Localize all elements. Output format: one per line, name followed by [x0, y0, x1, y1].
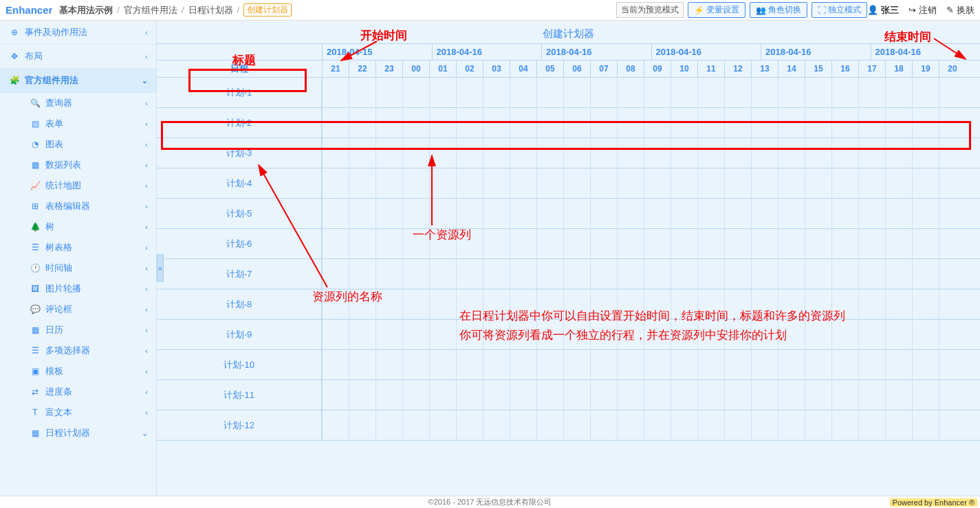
grid-cell[interactable]	[697, 289, 724, 319]
resource-row[interactable]: 计划-11	[157, 380, 322, 410]
grid-cell[interactable]	[831, 289, 858, 319]
resource-row[interactable]: 计划-1	[157, 78, 322, 108]
grid-cell[interactable]	[456, 108, 483, 137]
grid-cell[interactable]	[510, 78, 536, 107]
grid-cell[interactable]	[536, 199, 563, 228]
grid-cell[interactable]	[617, 168, 644, 198]
grid-row[interactable]	[322, 229, 980, 259]
grid-cell[interactable]	[483, 289, 510, 319]
grid-cell[interactable]	[858, 380, 885, 410]
grid-cell[interactable]	[590, 259, 617, 289]
grid-cell[interactable]	[751, 78, 778, 107]
grid-cell[interactable]	[510, 350, 536, 379]
grid-cell[interactable]	[456, 380, 483, 410]
resource-row[interactable]: 计划-7	[157, 259, 322, 289]
grid-cell[interactable]	[805, 138, 831, 168]
grid-cell[interactable]	[375, 108, 402, 137]
grid-cell[interactable]	[563, 350, 590, 379]
grid-cell[interactable]	[939, 168, 966, 198]
grid-cell[interactable]	[831, 168, 858, 198]
grid-cell[interactable]	[939, 289, 966, 319]
grid-cell[interactable]	[322, 259, 349, 289]
grid-cell[interactable]	[322, 350, 349, 379]
grid-cell[interactable]	[805, 229, 831, 258]
grid-cell[interactable]	[939, 380, 966, 410]
resource-row[interactable]: 计划-3	[157, 138, 322, 168]
skin-link[interactable]: ✎换肤	[946, 4, 974, 16]
sidebar-item-search[interactable]: 🔍查询器‹	[19, 93, 156, 113]
resource-row[interactable]: 计划-4	[157, 168, 322, 199]
resource-row[interactable]: 计划-12	[157, 410, 322, 441]
grid-cell[interactable]	[456, 320, 483, 349]
grid-cell[interactable]	[751, 199, 778, 228]
sidebar-item-template[interactable]: ▣模板‹	[19, 361, 156, 382]
grid-cell[interactable]	[644, 289, 671, 319]
sidebar-item-multisel[interactable]: ☰多项选择器‹	[19, 340, 156, 361]
grid-cell[interactable]	[483, 350, 510, 379]
grid-cell[interactable]	[349, 78, 375, 107]
grid-cell[interactable]	[671, 350, 697, 379]
grid-cell[interactable]	[349, 320, 375, 349]
grid-cell[interactable]	[617, 259, 644, 289]
sidebar-item-map[interactable]: 📈统计地图‹	[19, 175, 156, 196]
grid-cell[interactable]	[402, 259, 429, 289]
grid-cell[interactable]	[805, 350, 831, 379]
grid-cell[interactable]	[483, 229, 510, 258]
grid-cell[interactable]	[375, 259, 402, 289]
grid-cell[interactable]	[483, 138, 510, 168]
grid-cell[interactable]	[349, 350, 375, 379]
grid-cell[interactable]	[402, 229, 429, 258]
grid-cell[interactable]	[751, 350, 778, 379]
grid-cell[interactable]	[456, 289, 483, 319]
grid-cell[interactable]	[483, 78, 510, 107]
grid-cell[interactable]	[912, 320, 939, 349]
grid-cell[interactable]	[885, 410, 912, 440]
sidebar-item-events[interactable]: ⊕ 事件及动作用法 ‹	[0, 21, 156, 45]
grid-row[interactable]	[322, 138, 980, 168]
grid-cell[interactable]	[751, 320, 778, 349]
grid-cell[interactable]	[563, 78, 590, 107]
grid-cell[interactable]	[805, 199, 831, 228]
sidebar-item-progress[interactable]: ⇄进度条‹	[19, 382, 156, 402]
grid-cell[interactable]	[349, 108, 375, 137]
grid-cell[interactable]	[617, 320, 644, 349]
grid-cell[interactable]	[724, 410, 751, 440]
grid-cell[interactable]	[375, 199, 402, 228]
grid-cell[interactable]	[778, 259, 805, 289]
grid-cell[interactable]	[349, 199, 375, 228]
grid-cell[interactable]	[644, 138, 671, 168]
grid-cell[interactable]	[644, 199, 671, 228]
grid-cell[interactable]	[671, 229, 697, 258]
grid-cell[interactable]	[805, 320, 831, 349]
grid-cell[interactable]	[724, 259, 751, 289]
grid-cell[interactable]	[510, 410, 536, 440]
grid-cell[interactable]	[375, 410, 402, 440]
grid-row[interactable]	[322, 350, 980, 380]
grid-cell[interactable]	[644, 320, 671, 349]
grid-cell[interactable]	[805, 410, 831, 440]
grid-cell[interactable]	[778, 108, 805, 137]
grid-cell[interactable]	[885, 168, 912, 198]
grid-cell[interactable]	[778, 350, 805, 379]
grid-cell[interactable]	[563, 289, 590, 319]
grid-cell[interactable]	[939, 320, 966, 349]
grid-cell[interactable]	[429, 138, 456, 168]
grid-cell[interactable]	[724, 380, 751, 410]
resource-row[interactable]: 计划-5	[157, 199, 322, 229]
grid-cell[interactable]	[671, 289, 697, 319]
grid-cell[interactable]	[322, 320, 349, 349]
grid-cell[interactable]	[671, 320, 697, 349]
grid-cell[interactable]	[536, 350, 563, 379]
grid-cell[interactable]	[697, 259, 724, 289]
grid-cell[interactable]	[510, 289, 536, 319]
grid-cell[interactable]	[778, 320, 805, 349]
grid-cell[interactable]	[671, 138, 697, 168]
grid-cell[interactable]	[510, 138, 536, 168]
grid-cell[interactable]	[831, 229, 858, 258]
grid-cell[interactable]	[590, 108, 617, 137]
grid-cell[interactable]	[617, 380, 644, 410]
grid-cell[interactable]	[429, 320, 456, 349]
logout-link[interactable]: ↪注销	[908, 4, 937, 16]
grid-cell[interactable]	[697, 380, 724, 410]
variable-settings-button[interactable]: ⚡变量设置	[688, 2, 745, 18]
